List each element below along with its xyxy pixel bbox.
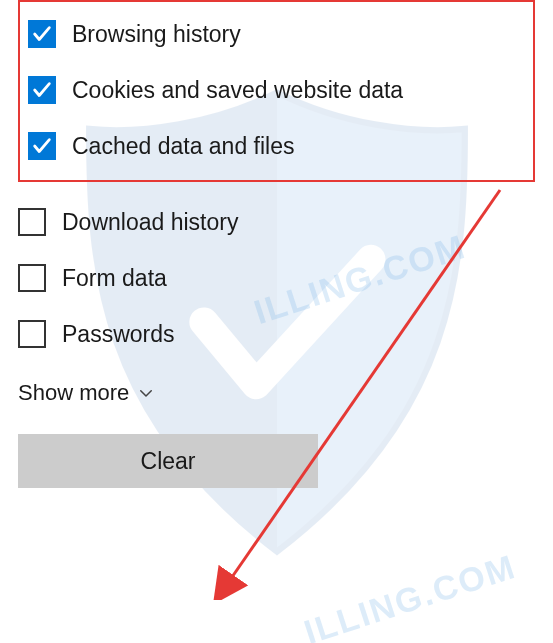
highlighted-options-group: Browsing history Cookies and saved websi… bbox=[18, 0, 535, 182]
clear-button[interactable]: Clear bbox=[18, 434, 318, 488]
option-cached-data[interactable]: Cached data and files bbox=[28, 118, 525, 174]
option-label: Cookies and saved website data bbox=[72, 77, 403, 104]
option-passwords[interactable]: Passwords bbox=[18, 306, 535, 362]
option-browsing-history[interactable]: Browsing history bbox=[28, 6, 525, 62]
show-more-toggle[interactable]: Show more bbox=[18, 362, 535, 434]
option-label: Browsing history bbox=[72, 21, 241, 48]
option-download-history[interactable]: Download history bbox=[18, 194, 535, 250]
option-label: Cached data and files bbox=[72, 133, 295, 160]
checkbox-browsing-history[interactable] bbox=[28, 20, 56, 48]
chevron-down-icon bbox=[137, 384, 155, 402]
option-label: Form data bbox=[62, 265, 167, 292]
option-cookies[interactable]: Cookies and saved website data bbox=[28, 62, 525, 118]
watermark-text: ILLING.COM bbox=[299, 547, 520, 643]
checkbox-form-data[interactable] bbox=[18, 264, 46, 292]
option-label: Download history bbox=[62, 209, 238, 236]
checkmark-icon bbox=[31, 135, 53, 157]
checkbox-cached-data[interactable] bbox=[28, 132, 56, 160]
checkbox-passwords[interactable] bbox=[18, 320, 46, 348]
option-form-data[interactable]: Form data bbox=[18, 250, 535, 306]
checkmark-icon bbox=[31, 23, 53, 45]
clear-browsing-data-panel: Browsing history Cookies and saved websi… bbox=[0, 0, 553, 488]
checkbox-cookies[interactable] bbox=[28, 76, 56, 104]
show-more-label: Show more bbox=[18, 380, 129, 406]
checkbox-download-history[interactable] bbox=[18, 208, 46, 236]
checkmark-icon bbox=[31, 79, 53, 101]
option-label: Passwords bbox=[62, 321, 174, 348]
